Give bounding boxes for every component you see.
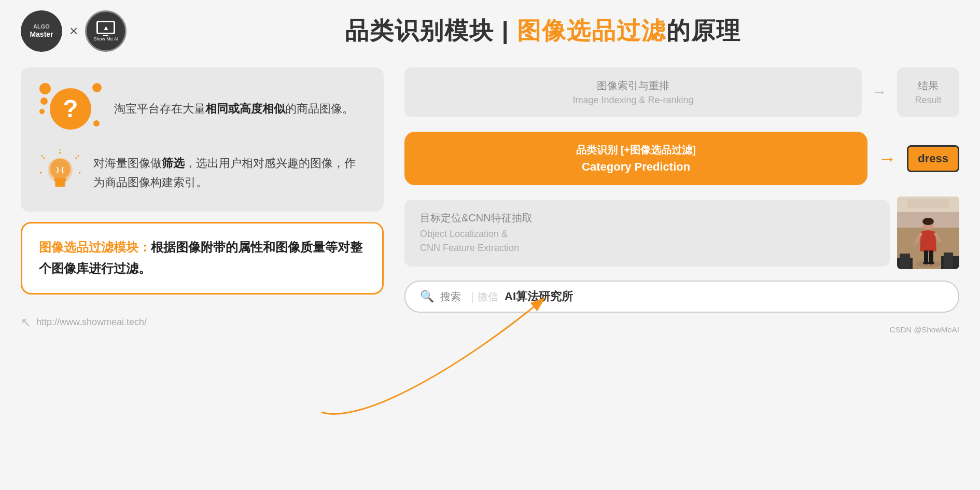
info-box: ? 淘宝平台存在大量相同或高度相似的商品图像。 bbox=[21, 67, 384, 212]
top-row: 图像索引与重排 Image Indexing & Re-ranking → 结果… bbox=[404, 67, 959, 117]
category-row: 品类识别 [+图像选品过滤] Category Prediction → dre… bbox=[404, 132, 959, 185]
indexing-box: 图像索引与重排 Image Indexing & Re-ranking bbox=[404, 67, 862, 117]
question-icon: ? bbox=[39, 83, 102, 135]
dot-2 bbox=[40, 97, 48, 105]
fashion-image-svg bbox=[897, 197, 959, 269]
algo-master-logo: ALGO Master bbox=[21, 10, 62, 52]
category-box: 品类识别 [+图像选品过滤] Category Prediction bbox=[404, 132, 867, 185]
svg-rect-19 bbox=[924, 250, 928, 263]
dot-5 bbox=[39, 109, 45, 114]
localization-box: 目标定位&CNN特征抽取 Object Localization & CNN F… bbox=[404, 200, 890, 267]
svg-rect-9 bbox=[55, 184, 65, 187]
main-content: ? 淘宝平台存在大量相同或高度相似的商品图像。 bbox=[21, 67, 959, 480]
bulb-svg bbox=[39, 149, 81, 196]
bottom-bar: CSDN @ShowMeAI bbox=[404, 322, 959, 334]
svg-rect-24 bbox=[900, 254, 910, 269]
category-arrow: → bbox=[878, 148, 897, 170]
logo-x: × bbox=[69, 23, 78, 39]
svg-line-1 bbox=[41, 156, 45, 159]
desc-box: 图像选品过滤模块：根据图像附带的属性和图像质量等对整个图像库进行过滤。 bbox=[21, 222, 384, 295]
cursor-icon: ↖ bbox=[21, 315, 31, 330]
search-icon: 🔍 bbox=[420, 290, 434, 303]
fashion-image bbox=[897, 197, 959, 269]
dot-1 bbox=[39, 83, 51, 94]
monitor-icon: ▲ bbox=[96, 21, 115, 34]
search-bar[interactable]: 🔍 搜索 ｜微信 AI算法研究所 bbox=[404, 281, 959, 313]
svg-rect-7 bbox=[54, 178, 66, 181]
info-text-1: 淘宝平台存在大量相同或高度相似的商品图像。 bbox=[114, 99, 354, 118]
svg-rect-20 bbox=[929, 250, 933, 263]
bulb-icon bbox=[39, 149, 81, 196]
header: ALGO Master × ▲ Show Me AI 品类识别模块 | 图像选品… bbox=[21, 10, 959, 52]
svg-rect-26 bbox=[944, 253, 953, 269]
top-arrow-right: → bbox=[872, 84, 887, 101]
page-title: 品类识别模块 | 图像选品过滤的原理 bbox=[127, 15, 959, 47]
logo-area: ALGO Master × ▲ Show Me AI bbox=[21, 10, 127, 52]
dress-tag: dress bbox=[907, 145, 959, 172]
svg-rect-8 bbox=[55, 181, 65, 184]
svg-rect-13 bbox=[907, 199, 949, 208]
info-row-2: 对海量图像做筛选，选出用户相对感兴趣的图像，作为商品图像构建索引。 bbox=[39, 149, 365, 196]
info-row-1: ? 淘宝平台存在大量相同或高度相似的商品图像。 bbox=[39, 83, 365, 135]
svg-point-22 bbox=[928, 261, 934, 264]
info-text-2: 对海量图像做筛选，选出用户相对感兴趣的图像，作为商品图像构建索引。 bbox=[93, 153, 365, 192]
right-panel: 图像索引与重排 Image Indexing & Re-ranking → 结果… bbox=[404, 67, 959, 480]
result-box: 结果 Result bbox=[897, 67, 959, 117]
svg-point-16 bbox=[922, 218, 934, 225]
left-panel: ? 淘宝平台存在大量相同或高度相似的商品图像。 bbox=[21, 67, 384, 480]
showme-logo: ▲ Show Me AI bbox=[85, 10, 127, 52]
footer-url: ↖ http://www.showmeai.tech/ bbox=[21, 315, 384, 330]
svg-line-2 bbox=[76, 156, 79, 159]
q-main-circle: ? bbox=[50, 88, 91, 130]
svg-point-6 bbox=[50, 159, 71, 179]
dot-3 bbox=[92, 83, 102, 92]
localization-row: 目标定位&CNN特征抽取 Object Localization & CNN F… bbox=[404, 197, 959, 269]
dot-4 bbox=[93, 120, 100, 127]
